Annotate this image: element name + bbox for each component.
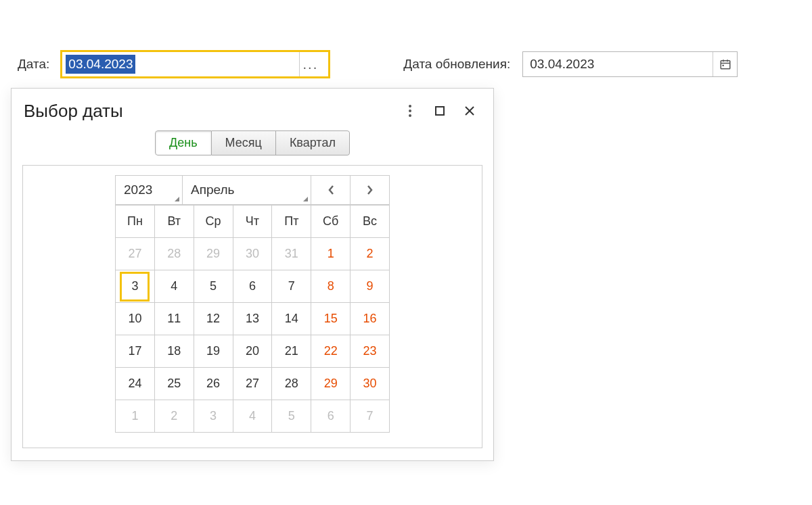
calendar-day-cell[interactable]: 26 xyxy=(194,368,233,400)
weekday-header: Чт xyxy=(233,206,272,238)
date-field-block: Дата: 03.04.2023 ... xyxy=(18,51,329,77)
calendar-day-cell[interactable]: 13 xyxy=(233,303,272,335)
calendar-day-cell[interactable]: 28 xyxy=(154,238,194,270)
calendar-day-cell[interactable]: 30 xyxy=(233,238,272,270)
calendar-frame: 2023 Апрель ПнВтСрЧтПтСбВс 2728293031123… xyxy=(22,165,482,448)
calendar-day-cell[interactable]: 24 xyxy=(116,368,155,400)
calendar-day-cell[interactable]: 6 xyxy=(311,400,351,433)
calendar-week-row: 1234567 xyxy=(116,400,390,433)
dropdown-indicator-icon xyxy=(175,197,179,201)
chevron-right-icon xyxy=(366,184,374,196)
tab-month[interactable]: Месяц xyxy=(212,130,276,155)
calendar-day-cell[interactable]: 7 xyxy=(351,400,390,433)
calendar-day-cell[interactable]: 30 xyxy=(351,368,390,400)
calendar-day-cell[interactable]: 19 xyxy=(194,335,233,368)
calendar-grid: ПнВтСрЧтПтСбВс 2728293031123456789101112… xyxy=(115,205,390,433)
date-input-value[interactable]: 03.04.2023 xyxy=(66,55,135,74)
weekday-header: Вс xyxy=(351,206,390,238)
tab-quarter[interactable]: Квартал xyxy=(276,130,350,155)
calendar-day-cell[interactable]: 12 xyxy=(194,303,233,335)
date-input[interactable]: 03.04.2023 xyxy=(62,52,299,76)
calendar-day-cell[interactable]: 27 xyxy=(233,368,272,400)
calendar-day-cell[interactable]: 1 xyxy=(116,400,155,433)
update-input-wrapper: 03.04.2023 xyxy=(522,51,738,77)
calendar-day-cell[interactable]: 3 xyxy=(194,400,233,433)
calendar-day-cell[interactable]: 2 xyxy=(351,238,390,270)
calendar-day-cell[interactable]: 21 xyxy=(272,335,311,368)
calendar-icon xyxy=(719,58,731,70)
calendar-inner: 2023 Апрель ПнВтСрЧтПтСбВс 2728293031123… xyxy=(115,175,390,433)
calendar-day-cell[interactable]: 5 xyxy=(272,400,311,433)
svg-point-7 xyxy=(409,114,411,117)
chevron-left-icon xyxy=(327,184,335,196)
close-icon xyxy=(464,105,476,117)
weekday-header: Сб xyxy=(311,206,351,238)
calendar-day-cell[interactable]: 23 xyxy=(351,335,390,368)
calendar-day-cell[interactable]: 27 xyxy=(116,238,155,270)
month-value: Апрель xyxy=(191,183,234,197)
update-field-block: Дата обновления: 03.04.2023 xyxy=(403,51,738,77)
calendar-day-cell[interactable]: 17 xyxy=(116,335,155,368)
svg-point-5 xyxy=(409,105,411,107)
calendar-day-cell[interactable]: 29 xyxy=(194,238,233,270)
calendar-day-cell[interactable]: 15 xyxy=(311,303,351,335)
popup-title: Выбор даты xyxy=(24,101,392,122)
calendar-day-cell[interactable]: 1 xyxy=(311,238,351,270)
calendar-week-row: 3456789 xyxy=(116,270,390,303)
calendar-day-cell[interactable]: 11 xyxy=(154,303,194,335)
dots-vertical-icon xyxy=(408,104,412,118)
next-month-button[interactable] xyxy=(351,175,390,205)
calendar-day-cell[interactable]: 14 xyxy=(272,303,311,335)
calendar-day-cell[interactable]: 18 xyxy=(154,335,194,368)
calendar-day-cell[interactable]: 16 xyxy=(351,303,390,335)
date-picker-popup: Выбор даты День Месяц Квартал xyxy=(11,88,494,461)
svg-rect-8 xyxy=(436,107,444,115)
calendar-day-cell[interactable]: 10 xyxy=(116,303,155,335)
calendar-week-row: 17181920212223 xyxy=(116,335,390,368)
date-picker-open-button[interactable]: ... xyxy=(299,52,321,76)
year-value: 2023 xyxy=(124,183,152,197)
calendar-day-cell[interactable]: 31 xyxy=(272,238,311,270)
calendar-day-cell[interactable]: 25 xyxy=(154,368,194,400)
calendar-week-row: 24252627282930 xyxy=(116,368,390,400)
top-fields-row: Дата: 03.04.2023 ... Дата обновления: 03… xyxy=(18,51,794,77)
update-input-value: 03.04.2023 xyxy=(530,57,594,72)
calendar-day-cell[interactable]: 7 xyxy=(272,270,311,303)
weekday-header: Пн xyxy=(116,206,155,238)
popup-maximize-button[interactable] xyxy=(428,99,451,122)
popup-more-button[interactable] xyxy=(399,99,422,122)
svg-rect-4 xyxy=(722,65,723,66)
calendar-week-row: 10111213141516 xyxy=(116,303,390,335)
calendar-week-row: 272829303112 xyxy=(116,238,390,270)
calendar-day-cell[interactable]: 4 xyxy=(154,270,194,303)
calendar-day-cell[interactable]: 2 xyxy=(154,400,194,433)
view-tabs: День Месяц Квартал xyxy=(12,130,493,155)
calendar-day-cell[interactable]: 9 xyxy=(351,270,390,303)
update-calendar-button[interactable] xyxy=(713,52,737,76)
date-input-wrapper: 03.04.2023 ... xyxy=(62,51,329,77)
calendar-day-cell[interactable]: 29 xyxy=(311,368,351,400)
weekday-header: Ср xyxy=(194,206,233,238)
calendar-day-cell[interactable]: 5 xyxy=(194,270,233,303)
dropdown-indicator-icon xyxy=(303,197,308,201)
calendar-day-cell[interactable]: 6 xyxy=(233,270,272,303)
calendar-day-cell[interactable]: 3 xyxy=(116,270,155,303)
update-label: Дата обновления: xyxy=(403,57,510,72)
date-label: Дата: xyxy=(18,57,49,72)
calendar-day-cell[interactable]: 28 xyxy=(272,368,311,400)
calendar-day-cell[interactable]: 8 xyxy=(311,270,351,303)
ellipsis-icon: ... xyxy=(303,57,319,72)
calendar-nav: 2023 Апрель xyxy=(115,175,390,205)
calendar-day-cell[interactable]: 22 xyxy=(311,335,351,368)
popup-header: Выбор даты xyxy=(12,89,493,126)
weekday-header-row: ПнВтСрЧтПтСбВс xyxy=(116,206,390,238)
month-selector[interactable]: Апрель xyxy=(183,175,311,205)
year-selector[interactable]: 2023 xyxy=(115,175,183,205)
prev-month-button[interactable] xyxy=(311,175,351,205)
popup-close-button[interactable] xyxy=(458,99,481,122)
calendar-day-cell[interactable]: 4 xyxy=(233,400,272,433)
svg-point-6 xyxy=(409,110,411,112)
calendar-day-cell[interactable]: 20 xyxy=(233,335,272,368)
tab-day[interactable]: День xyxy=(155,130,212,155)
update-input[interactable]: 03.04.2023 xyxy=(523,52,713,76)
